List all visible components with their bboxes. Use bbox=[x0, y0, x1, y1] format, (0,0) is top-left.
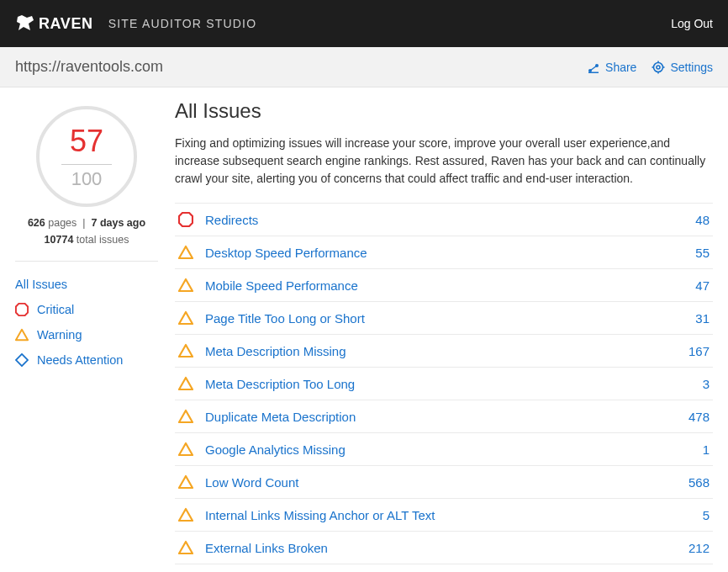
logout-link[interactable]: Log Out bbox=[671, 17, 713, 30]
gear-icon bbox=[652, 61, 665, 74]
warning-icon bbox=[178, 376, 193, 391]
content: All Issues Fixing and optimizing issues … bbox=[175, 99, 713, 564]
issue-count: 55 bbox=[695, 246, 710, 260]
issue-count: 47 bbox=[695, 278, 710, 293]
brand-logo: RAVEN bbox=[15, 13, 93, 34]
pages-label: pages bbox=[48, 217, 76, 229]
issue-count: 48 bbox=[695, 213, 710, 227]
sidebar: 57 100 626 pages | 7 days ago 10774 tota… bbox=[15, 99, 158, 373]
brand-text: RAVEN bbox=[39, 15, 93, 33]
issue-count: 3 bbox=[703, 377, 710, 391]
pages-meta: 626 pages | 7 days ago bbox=[15, 217, 158, 229]
issue-label: Duplicate Meta Description bbox=[205, 410, 688, 424]
issue-label: Low Word Count bbox=[205, 475, 688, 490]
score-value: 57 bbox=[70, 124, 103, 162]
issue-label: Meta Description Too Long bbox=[205, 377, 703, 391]
issue-row[interactable]: Duplicate Meta Description478 bbox=[175, 400, 713, 433]
topbar: RAVEN SITE AUDITOR STUDIO Log Out bbox=[0, 0, 728, 47]
score-max: 100 bbox=[71, 168, 103, 190]
score-circle: 57 100 bbox=[36, 106, 137, 207]
issue-label: Redirects bbox=[205, 213, 695, 227]
warning-icon bbox=[178, 343, 193, 358]
section-intro: Fixing and optimizing issues will increa… bbox=[175, 135, 713, 188]
nav-divider bbox=[15, 261, 158, 262]
share-link[interactable]: Share bbox=[587, 61, 636, 74]
subbar: https://raventools.com Share Settings bbox=[0, 47, 728, 87]
issue-row[interactable]: Page Title Too Long or Short31 bbox=[175, 302, 713, 335]
issue-row[interactable]: Low Word Count568 bbox=[175, 466, 713, 499]
warning-icon bbox=[178, 245, 193, 260]
issue-row[interactable]: Internal Links Missing Anchor or ALT Tex… bbox=[175, 499, 713, 532]
nav-attention[interactable]: Needs Attention bbox=[15, 347, 158, 373]
issue-row[interactable]: Desktop Speed Performance55 bbox=[175, 236, 713, 269]
issue-label: Google Analytics Missing bbox=[205, 442, 703, 457]
issue-row[interactable]: Google Analytics Missing1 bbox=[175, 433, 713, 466]
critical-icon bbox=[178, 212, 193, 227]
section-title: All Issues bbox=[175, 99, 713, 123]
issue-count: 478 bbox=[688, 410, 710, 424]
score-divider bbox=[61, 164, 112, 165]
issue-label: External Links Broken bbox=[205, 541, 688, 555]
issue-list: Redirects48Desktop Speed Performance55Mo… bbox=[175, 203, 713, 564]
warning-icon bbox=[178, 409, 193, 424]
warning-icon bbox=[178, 442, 193, 457]
total-issues-count: 10774 bbox=[45, 234, 74, 246]
nav-list: All Issues Critical Warning Needs Attent… bbox=[15, 272, 158, 373]
issue-count: 5 bbox=[703, 508, 710, 522]
site-url: https://raventools.com bbox=[15, 58, 163, 76]
app-title: SITE AUDITOR STUDIO bbox=[108, 17, 257, 30]
warning-icon bbox=[178, 278, 193, 293]
nav-warning[interactable]: Warning bbox=[15, 322, 158, 347]
total-issues-label: total issues bbox=[76, 234, 129, 246]
nav-critical[interactable]: Critical bbox=[15, 297, 158, 322]
issue-count: 167 bbox=[688, 344, 710, 358]
share-icon bbox=[587, 61, 600, 74]
nav-attention-label: Needs Attention bbox=[37, 353, 123, 367]
issue-count: 212 bbox=[688, 541, 710, 555]
issue-row[interactable]: External Links Broken212 bbox=[175, 532, 713, 564]
issue-row[interactable]: Meta Description Too Long3 bbox=[175, 368, 713, 400]
crawl-age: 7 days ago bbox=[91, 217, 145, 229]
main: 57 100 626 pages | 7 days ago 10774 tota… bbox=[0, 87, 728, 572]
issue-label: Mobile Speed Performance bbox=[205, 278, 695, 293]
nav-critical-label: Critical bbox=[37, 303, 74, 316]
share-label: Share bbox=[605, 61, 636, 74]
warning-icon bbox=[178, 310, 193, 326]
nav-warning-label: Warning bbox=[37, 328, 82, 342]
issue-label: Desktop Speed Performance bbox=[205, 246, 695, 260]
issue-row[interactable]: Mobile Speed Performance47 bbox=[175, 269, 713, 302]
warning-icon bbox=[178, 507, 193, 522]
issue-label: Internal Links Missing Anchor or ALT Tex… bbox=[205, 508, 703, 522]
subbar-actions: Share Settings bbox=[587, 61, 713, 74]
total-issues-meta: 10774 total issues bbox=[15, 234, 158, 246]
issue-row[interactable]: Meta Description Missing167 bbox=[175, 335, 713, 368]
raven-bird-icon bbox=[15, 13, 35, 34]
warning-icon bbox=[178, 540, 193, 555]
issue-label: Meta Description Missing bbox=[205, 344, 688, 358]
nav-all-label: All Issues bbox=[15, 278, 67, 291]
issue-count: 31 bbox=[695, 311, 710, 326]
issue-row[interactable]: Redirects48 bbox=[175, 204, 713, 236]
issue-count: 568 bbox=[688, 475, 710, 490]
attention-icon bbox=[15, 353, 29, 367]
settings-link[interactable]: Settings bbox=[652, 61, 713, 74]
nav-all-issues[interactable]: All Issues bbox=[15, 272, 158, 297]
issue-label: Page Title Too Long or Short bbox=[205, 311, 695, 326]
critical-icon bbox=[15, 303, 29, 316]
settings-label: Settings bbox=[670, 61, 713, 74]
pages-count: 626 bbox=[28, 217, 45, 229]
issue-count: 1 bbox=[703, 442, 710, 457]
warning-icon bbox=[15, 328, 29, 342]
topbar-left: RAVEN SITE AUDITOR STUDIO bbox=[15, 13, 256, 34]
warning-icon bbox=[178, 474, 193, 490]
